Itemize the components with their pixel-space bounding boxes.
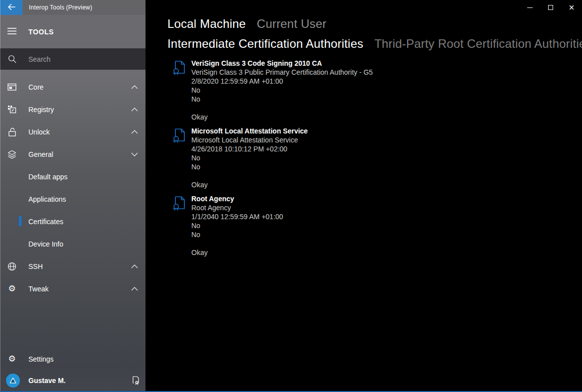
- sidebar-item-settings[interactable]: ⚙ Settings: [0, 348, 146, 370]
- search-input[interactable]: [28, 55, 146, 63]
- certificate-flag: No: [191, 86, 373, 95]
- sidebar-item-general[interactable]: General: [0, 143, 146, 165]
- certificate-date: 1/1/2040 12:59:59 AM +01:00: [191, 212, 283, 221]
- certificate-icon: [173, 60, 187, 77]
- back-button[interactable]: [0, 0, 22, 15]
- sidebar-item-label: Device Info: [0, 240, 146, 248]
- chevron-up-icon: [125, 287, 145, 291]
- chevron-up-icon: [125, 108, 145, 112]
- sidebar-item-device-info[interactable]: Device Info: [0, 233, 146, 255]
- close-button[interactable]: ×: [561, 0, 582, 15]
- sidebar-header: TOOLS: [0, 15, 146, 48]
- certificate-icon: [173, 128, 187, 145]
- unlock-icon: [0, 128, 24, 136]
- tab-intermediate-certification-authorities[interactable]: Intermediate Certification Authorities: [167, 37, 363, 51]
- maximize-icon: [548, 5, 553, 10]
- certificate-status: Okay: [191, 113, 373, 122]
- certificate-flag: No: [191, 162, 308, 171]
- certificate-status: Okay: [191, 248, 283, 257]
- sidebar-item-label: Tweak: [28, 285, 125, 293]
- sidebar-item-default-apps[interactable]: Default apps: [0, 165, 146, 188]
- sidebar-item-label: General: [28, 150, 125, 158]
- selection-indicator: [19, 216, 21, 226]
- tools-header-label: TOOLS: [28, 28, 54, 36]
- store-pivot: Local Machine Current User: [167, 17, 582, 31]
- certificate-flag: No: [191, 95, 373, 104]
- tab-local-machine[interactable]: Local Machine: [167, 17, 246, 31]
- sidebar-item-core[interactable]: Core: [0, 76, 146, 98]
- certificate-issuer: Root Agency: [191, 203, 283, 212]
- sidebar-item-label: Applications: [0, 195, 146, 203]
- app-window: Interop Tools (Preview) TOOLS Core: [0, 0, 582, 392]
- certificate-list: VeriSign Class 3 Code Signing 2010 CA Ve…: [167, 59, 582, 257]
- certificate-list-item[interactable]: Root Agency Root Agency 1/1/2040 12:59:5…: [167, 194, 582, 257]
- certificate-list-item[interactable]: Microsoft Local Attestation Service Micr…: [167, 127, 582, 189]
- tab-current-user[interactable]: Current User: [257, 17, 326, 31]
- globe-icon: [0, 262, 24, 271]
- sidebar-pane: Core Registry Unlock: [0, 70, 146, 392]
- sidebar-item-applications[interactable]: Applications: [0, 188, 146, 210]
- certificate-flag: No: [191, 153, 308, 162]
- certificate-flag: No: [191, 221, 283, 230]
- sidebar-item-unlock[interactable]: Unlock: [0, 121, 146, 143]
- certificate-name: VeriSign Class 3 Code Signing 2010 CA: [191, 59, 373, 68]
- maximize-button[interactable]: [540, 0, 561, 15]
- core-icon: [0, 83, 24, 91]
- sidebar-item-label: Settings: [28, 355, 146, 363]
- gear-icon: ⚙: [0, 355, 24, 363]
- certificate-name: Root Agency: [191, 194, 283, 203]
- certificate-details: Root Agency Root Agency 1/1/2040 12:59:5…: [191, 194, 283, 257]
- category-pivot: Intermediate Certification Authorities T…: [167, 37, 582, 51]
- close-icon: ×: [569, 4, 575, 11]
- certificate-status: Okay: [191, 180, 308, 189]
- main-content: × Local Machine Current User Intermediat…: [146, 0, 582, 392]
- registry-icon: [0, 105, 24, 114]
- certificate-flag: No: [191, 230, 283, 239]
- certificate-icon: [173, 196, 187, 213]
- certificate-details: VeriSign Class 3 Code Signing 2010 CA Ve…: [191, 59, 373, 122]
- minimize-icon: [527, 7, 533, 8]
- certificate-date: 2/8/2020 12:59:59 AM +01:00: [191, 77, 373, 86]
- sidebar: Interop Tools (Preview) TOOLS Core: [0, 0, 146, 392]
- sidebar-item-certificates[interactable]: Certificates: [0, 210, 146, 233]
- search-bar: [0, 48, 146, 70]
- certificate-date: 4/26/2018 10:10:12 PM +02:00: [191, 144, 308, 153]
- minimize-button[interactable]: [519, 0, 540, 15]
- certificate-issuer: VeriSign Class 3 Public Primary Certific…: [191, 68, 373, 77]
- user-account-row[interactable]: Gustave M.: [0, 370, 146, 391]
- user-name: Gustave M.: [28, 377, 126, 385]
- sidebar-item-label: Unlock: [28, 128, 125, 136]
- tab-third-party-root-certification-authorities[interactable]: Thrid-Party Root Certification Authoriti…: [374, 37, 582, 51]
- sidebar-titlebar: Interop Tools (Preview): [0, 0, 146, 15]
- certificate-details: Microsoft Local Attestation Service Micr…: [191, 127, 308, 189]
- sidebar-item-label: Registry: [28, 106, 125, 114]
- sidebar-item-label: Core: [28, 83, 125, 91]
- chevron-down-icon: [125, 152, 145, 156]
- hamburger-icon: [7, 28, 16, 36]
- sidebar-item-ssh[interactable]: SSH: [0, 255, 146, 277]
- sidebar-item-tweak[interactable]: ⚙ Tweak: [0, 277, 146, 300]
- gear-icon: ⚙: [0, 284, 24, 293]
- sidebar-item-label: Certificates: [0, 218, 146, 226]
- chevron-up-icon: [125, 264, 145, 268]
- chevron-up-icon: [125, 85, 145, 89]
- app-title: Interop Tools (Preview): [29, 4, 92, 11]
- chevron-up-icon: [125, 130, 145, 134]
- layers-icon: [0, 150, 24, 159]
- certificate-icon: [126, 376, 146, 385]
- window-controls: ×: [519, 0, 582, 15]
- certificate-issuer: Microsoft Local Attestation Service: [191, 135, 308, 144]
- sidebar-item-registry[interactable]: Registry: [0, 98, 146, 121]
- triangle-logo-icon: [8, 376, 17, 385]
- certificate-name: Microsoft Local Attestation Service: [191, 127, 308, 135]
- sidebar-item-label: SSH: [28, 262, 125, 270]
- back-arrow-icon: [7, 3, 16, 12]
- avatar: [6, 374, 20, 388]
- sidebar-item-label: Default apps: [0, 173, 146, 181]
- hamburger-menu-button[interactable]: [0, 20, 24, 44]
- search-icon: [0, 55, 24, 63]
- certificate-list-item[interactable]: VeriSign Class 3 Code Signing 2010 CA Ve…: [167, 59, 582, 122]
